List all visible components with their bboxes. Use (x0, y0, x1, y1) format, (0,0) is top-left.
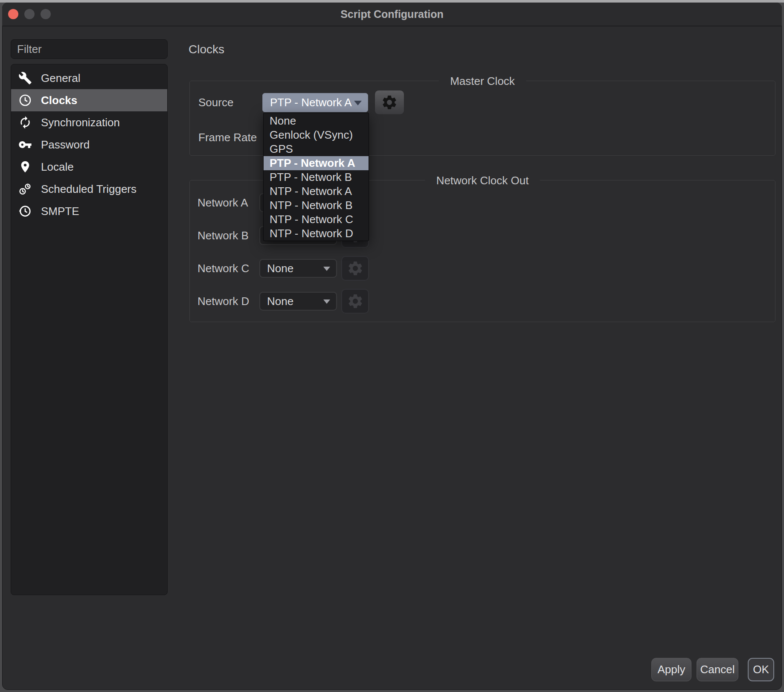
sync-arrows-icon (17, 115, 33, 130)
source-option-genlock-vsync[interactable]: Genlock (VSync) (264, 128, 369, 142)
sidebar-item-scheduled-triggers[interactable]: Scheduled Triggers (11, 178, 167, 200)
source-option-none[interactable]: None (264, 114, 369, 128)
sidebar-item-label: Password (41, 138, 90, 151)
network-c-select[interactable]: None (259, 259, 337, 278)
minimize-button (24, 9, 35, 19)
source-label: Source (198, 96, 233, 108)
source-option-ntp-network-b[interactable]: NTP - Network B (264, 198, 369, 212)
source-option-ptp-network-b[interactable]: PTP - Network B (264, 170, 369, 184)
screen: Script Configuration General Clocks Sync… (0, 0, 784, 692)
sidebar-item-locale[interactable]: Locale (11, 156, 167, 178)
sidebar-item-label: Synchronization (41, 116, 120, 129)
sidebar-item-label: Locale (41, 160, 74, 174)
sidebar-item-label: Clocks (41, 94, 77, 107)
apply-button[interactable]: Apply (651, 658, 691, 681)
network-c-label: Network C (197, 262, 249, 274)
chevron-down-icon (323, 267, 330, 271)
ok-button[interactable]: OK (748, 658, 774, 681)
clock-icon (17, 93, 33, 108)
frame-rate-label: Frame Rate (198, 131, 257, 143)
network-d-select[interactable]: None (259, 292, 337, 311)
source-option-ptp-network-a[interactable]: PTP - Network A (264, 156, 369, 170)
timecode-clock-icon (17, 204, 33, 219)
master-clock-legend: Master Clock (439, 75, 526, 88)
zoom-button (41, 9, 51, 19)
sidebar-item-label: SMPTE (41, 205, 79, 218)
source-select[interactable]: PTP - Network A (262, 93, 368, 112)
chevron-down-icon (323, 299, 330, 304)
source-dropdown-menu: None Genlock (VSync) GPS PTP - Network A… (263, 113, 369, 241)
window-title: Script Configuration (2, 3, 782, 26)
network-d-select-value: None (267, 295, 293, 308)
gear-icon (347, 293, 364, 310)
sidebar-item-label: General (41, 72, 81, 85)
key-icon (17, 137, 33, 152)
sidebar-item-clocks[interactable]: Clocks (11, 89, 167, 111)
close-button[interactable] (8, 9, 18, 19)
sidebar-item-label: Scheduled Triggers (41, 183, 136, 196)
source-option-ntp-network-d[interactable]: NTP - Network D (264, 227, 369, 241)
network-d-label: Network D (197, 295, 249, 307)
gear-icon (347, 260, 364, 277)
network-d-settings-button[interactable] (341, 289, 369, 314)
network-clock-out-legend: Network Clock Out (425, 174, 540, 187)
filter-input[interactable] (11, 39, 168, 59)
chevron-down-icon (354, 101, 362, 105)
sidebar-nav: General Clocks Synchronization Password … (11, 64, 168, 595)
network-c-select-value: None (267, 262, 293, 275)
source-option-gps[interactable]: GPS (264, 142, 369, 156)
network-b-label: Network B (197, 230, 249, 241)
source-select-value: PTP - Network A (270, 96, 352, 109)
network-a-label: Network A (197, 197, 248, 209)
gear-icon (381, 94, 398, 111)
network-c-settings-button[interactable] (341, 256, 369, 281)
location-pin-icon (17, 159, 33, 174)
master-clock-settings-button[interactable] (375, 90, 404, 115)
sidebar-item-general[interactable]: General (11, 67, 167, 89)
wrench-icon (17, 70, 33, 86)
source-option-ntp-network-a[interactable]: NTP - Network A (264, 184, 369, 198)
sidebar-item-smpte[interactable]: SMPTE (11, 200, 167, 222)
cancel-button[interactable]: Cancel (697, 658, 738, 681)
page-title: Clocks (189, 43, 224, 56)
sidebar-item-password[interactable]: Password (11, 134, 167, 156)
dual-clocks-icon (17, 181, 33, 197)
sidebar-item-synchronization[interactable]: Synchronization (11, 111, 167, 134)
source-option-ntp-network-c[interactable]: NTP - Network C (264, 212, 369, 227)
